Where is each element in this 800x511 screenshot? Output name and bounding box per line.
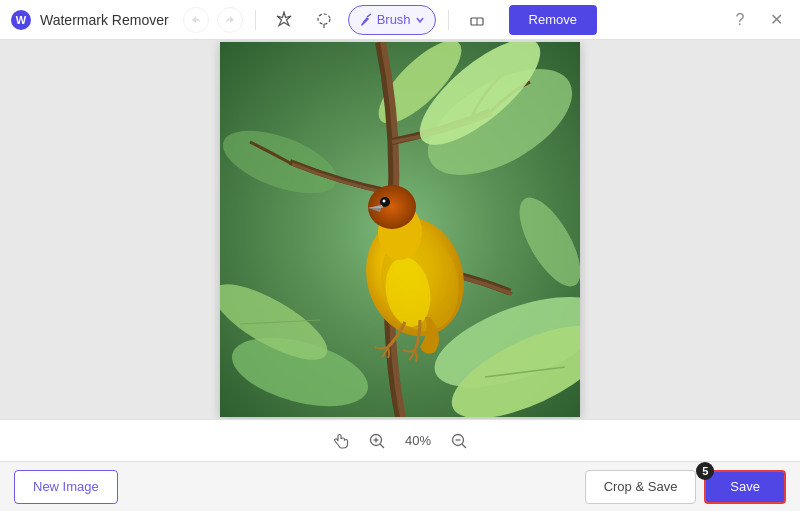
save-label: Save: [730, 479, 760, 494]
bird-image: [220, 42, 580, 417]
close-label: ✕: [770, 10, 783, 29]
lasso-tool-button[interactable]: [308, 4, 340, 36]
zoom-out-button[interactable]: [446, 428, 472, 454]
hand-icon: [332, 432, 350, 450]
badge-5: 5: [696, 462, 714, 480]
zoom-in-icon: [368, 432, 386, 450]
brush-label: Brush: [377, 12, 411, 27]
pan-tool-button[interactable]: [328, 428, 354, 454]
zoom-out-icon: [450, 432, 468, 450]
help-label: ?: [736, 11, 745, 29]
brush-icon: [359, 13, 373, 27]
chevron-down-icon: [415, 15, 425, 25]
svg-text:W: W: [16, 14, 27, 26]
lasso-icon: [315, 11, 333, 29]
eraser-tool-button[interactable]: [461, 4, 493, 36]
new-image-button[interactable]: New Image: [14, 470, 118, 504]
save-button[interactable]: Save: [704, 470, 786, 504]
image-container[interactable]: [220, 42, 580, 417]
new-image-label: New Image: [33, 479, 99, 494]
main-canvas-area: [0, 40, 800, 419]
svg-line-4: [367, 14, 371, 17]
title-bar: W Watermark Remover Brush: [0, 0, 800, 40]
undo-button[interactable]: [183, 7, 209, 33]
magic-tool-button[interactable]: [268, 4, 300, 36]
svg-line-29: [380, 444, 384, 448]
close-button[interactable]: ✕: [762, 6, 790, 34]
svg-line-32: [462, 444, 466, 448]
crop-save-button[interactable]: Crop & Save: [585, 470, 697, 504]
eraser-icon: [468, 11, 486, 29]
redo-button[interactable]: [217, 7, 243, 33]
magic-wand-icon: [275, 11, 293, 29]
zoom-bar: 40%: [0, 419, 800, 461]
divider-1: [255, 10, 256, 30]
remove-button[interactable]: Remove: [509, 5, 597, 35]
app-logo-icon: W: [10, 9, 32, 31]
crop-save-label: Crop & Save: [604, 479, 678, 494]
save-button-wrapper: 5 Save: [704, 470, 786, 504]
undo-icon: [190, 14, 202, 26]
svg-point-2: [318, 14, 330, 24]
redo-icon: [224, 14, 236, 26]
action-bar: New Image Crop & Save 5 Save: [0, 461, 800, 511]
divider-2: [448, 10, 449, 30]
svg-point-20: [383, 200, 386, 203]
remove-label: Remove: [529, 12, 577, 27]
brush-tool-button[interactable]: Brush: [348, 5, 436, 35]
help-button[interactable]: ?: [726, 6, 754, 34]
zoom-in-button[interactable]: [364, 428, 390, 454]
app-title: Watermark Remover: [40, 12, 169, 28]
zoom-percent: 40%: [400, 433, 436, 448]
